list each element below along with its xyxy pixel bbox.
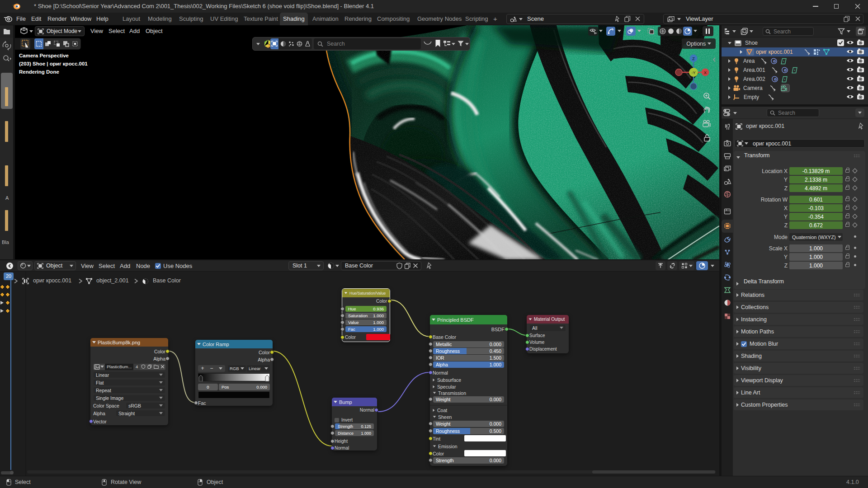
svg-text:X: X <box>704 70 707 75</box>
svg-text:-Y: -Y <box>692 70 696 75</box>
svg-text:Z: Z <box>692 56 695 61</box>
